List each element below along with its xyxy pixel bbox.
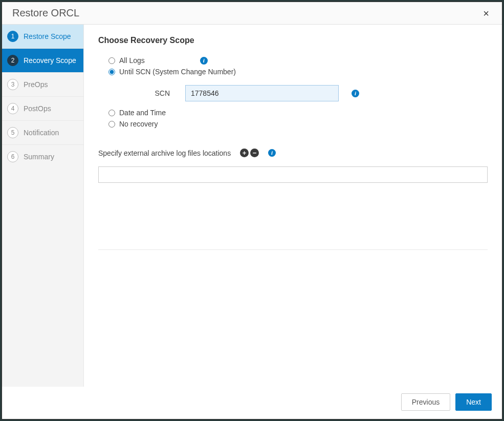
radio-until-scn-label[interactable]: Until SCN (System Change Number) — [119, 68, 236, 76]
recovery-scope-radio-group: All Logs i Until SCN (System Change Numb… — [98, 56, 488, 79]
recovery-scope-radio-group-continued: Date and Time No recovery — [98, 109, 488, 131]
dialog-footer: Previous Next — [2, 387, 502, 419]
info-icon[interactable]: i — [352, 90, 359, 97]
step-label: Recovery Scope — [24, 56, 76, 65]
scn-label: SCN — [108, 89, 185, 97]
step-label: Restore Scope — [24, 32, 71, 40]
main-panel: Choose Recovery Scope All Logs i Until S… — [84, 25, 502, 387]
archive-locations-section: Specify external archive log files locat… — [98, 149, 488, 250]
sidebar-step-summary[interactable]: 6 Summary — [2, 145, 83, 169]
remove-location-icon[interactable]: − — [250, 149, 259, 157]
step-number: 1 — [7, 31, 18, 42]
radio-row-until-scn: Until SCN (System Change Number) — [108, 68, 488, 76]
add-location-icon[interactable]: + — [240, 149, 249, 157]
step-label: Notification — [24, 129, 59, 137]
radio-row-date-time: Date and Time — [108, 109, 488, 117]
step-number: 4 — [7, 103, 18, 114]
dialog-header: Restore ORCL × — [2, 2, 502, 25]
scn-input[interactable] — [185, 85, 339, 101]
sidebar-step-postops[interactable]: 4 PostOps — [2, 97, 83, 121]
sidebar-step-notification[interactable]: 5 Notification — [2, 121, 83, 145]
restore-dialog: Restore ORCL × 1 Restore Scope 2 Recover… — [2, 2, 502, 419]
add-remove-controls: + − — [240, 149, 259, 157]
previous-button[interactable]: Previous — [401, 393, 450, 411]
dialog-title: Restore ORCL — [12, 7, 79, 19]
archive-label: Specify external archive log files locat… — [98, 149, 231, 157]
close-icon[interactable]: × — [480, 8, 492, 18]
sidebar-step-recovery-scope[interactable]: 2 Recovery Scope — [2, 49, 83, 73]
radio-all-logs-label[interactable]: All Logs — [119, 56, 145, 65]
wizard-sidebar: 1 Restore Scope 2 Recovery Scope 3 PreOp… — [2, 25, 84, 387]
step-label: Summary — [24, 153, 54, 161]
radio-date-time[interactable] — [108, 110, 115, 116]
radio-all-logs[interactable] — [108, 57, 115, 64]
step-number: 3 — [7, 79, 18, 90]
dialog-body: 1 Restore Scope 2 Recovery Scope 3 PreOp… — [2, 25, 502, 387]
scn-field-row: SCN i — [98, 85, 488, 101]
radio-date-time-label[interactable]: Date and Time — [119, 109, 166, 117]
step-number: 6 — [7, 151, 18, 162]
next-button[interactable]: Next — [455, 393, 492, 411]
archive-location-input[interactable] — [98, 166, 488, 183]
radio-until-scn[interactable] — [108, 69, 115, 75]
info-icon[interactable]: i — [268, 149, 276, 157]
step-number: 2 — [7, 55, 18, 66]
step-label: PostOps — [24, 104, 51, 113]
page-title: Choose Recovery Scope — [98, 36, 488, 45]
radio-row-all-logs: All Logs i — [108, 56, 488, 65]
step-label: PreOps — [24, 80, 48, 89]
archive-header-row: Specify external archive log files locat… — [98, 149, 488, 157]
radio-row-no-recovery: No recovery — [108, 120, 488, 128]
sidebar-step-preops[interactable]: 3 PreOps — [2, 73, 83, 97]
step-number: 5 — [7, 127, 18, 138]
radio-no-recovery[interactable] — [108, 121, 115, 128]
radio-no-recovery-label[interactable]: No recovery — [119, 120, 158, 128]
info-icon[interactable]: i — [200, 57, 208, 65]
sidebar-step-restore-scope[interactable]: 1 Restore Scope — [2, 25, 83, 49]
